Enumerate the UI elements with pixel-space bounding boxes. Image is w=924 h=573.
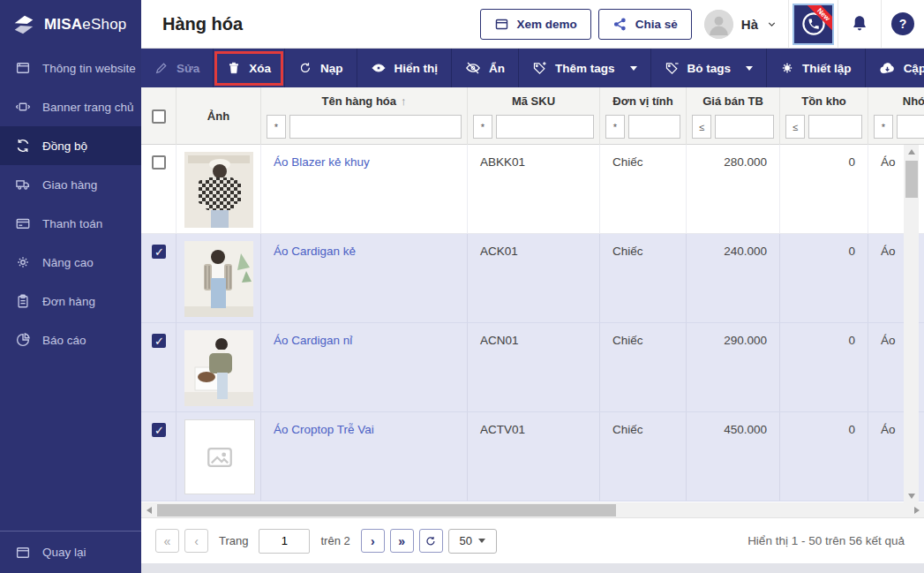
product-photo[interactable] [184,330,253,407]
filter-operator-button[interactable]: * [473,115,492,139]
delete-button[interactable]: Xóa [214,49,285,87]
column-header-ten-hang-hoa[interactable]: Tên hàng hóa ↑ [261,87,468,114]
tag-minus-icon [665,61,680,76]
stock-cell: 0 [780,145,868,233]
filter-operator-button[interactable]: * [605,115,625,139]
sidebar-item-thong-tin-website[interactable]: Thông tin website [0,49,141,87]
gear-icon [15,254,31,270]
filter-input-name[interactable] [289,115,462,139]
refresh-icon [424,535,437,547]
chevron-down-icon [630,66,637,71]
product-photo[interactable] [184,241,253,318]
product-name-link[interactable]: Áo Blazer kẻ khuy [274,155,370,169]
view-demo-button[interactable]: Xem demo [480,9,591,40]
filter-input-sku[interactable] [496,115,594,139]
filter-cell-unit: * [600,114,687,145]
browser-window-icon [494,17,509,32]
column-header-ma-sku[interactable]: Mã SKU [468,87,600,114]
horizontal-scrollbar-thumb[interactable] [157,504,616,516]
column-header-don-vi-tinh[interactable]: Đơn vị tính [600,87,687,114]
hide-button[interactable]: Ẩn [452,49,519,87]
filter-input-unit[interactable] [628,115,680,139]
row-checkbox[interactable] [152,423,166,437]
filter-operator-button[interactable]: ≤ [785,115,805,139]
sidebar-item-don-hang[interactable]: Đơn hàng [0,282,141,320]
sidebar-item-nang-cao[interactable]: Nâng cao [0,243,141,282]
unit-cell: Chiếc [600,234,687,322]
unit-cell: Chiếc [600,145,687,233]
table-row: Áo Blazer kẻ khuy ABKK01 Chiếc 280.000 0… [141,145,924,234]
banner-icon [15,99,31,115]
select-all-checkbox[interactable] [152,109,166,124]
product-photo[interactable] [184,152,253,229]
product-name-link[interactable]: Áo Cardigan kẻ [274,245,356,258]
scroll-up-arrow[interactable] [904,145,919,158]
share-button[interactable]: Chia sẻ [598,9,692,40]
prev-page-button[interactable]: ‹ [184,529,208,553]
scroll-right-arrow[interactable] [909,502,924,517]
horizontal-scrollbar[interactable] [141,502,924,517]
edit-button[interactable]: Sửa [141,49,214,87]
user-menu[interactable]: Hà [704,10,778,39]
sidebar-item-label: Thanh toán [42,217,102,230]
add-tags-button[interactable]: Thêm tags [519,49,651,87]
page-size-select[interactable]: 50 [448,529,497,554]
refresh-icon [298,61,312,75]
column-header-ton-kho[interactable]: Tồn kho [780,87,868,114]
update-from-eshop-button[interactable]: Cập nhật từ eShop [866,49,924,87]
help-button[interactable]: ? [881,0,924,49]
phone-support-button[interactable]: New [793,4,834,45]
scroll-left-arrow[interactable] [141,502,156,517]
browser-window-icon [15,60,31,76]
filter-cell-name: * [261,114,468,145]
tag-plus-icon [532,61,547,76]
show-button[interactable]: Hiển thị [357,49,453,87]
product-photo-placeholder[interactable] [184,419,255,494]
column-header-anh[interactable]: Ảnh [177,87,261,145]
sidebar-item-dong-bo[interactable]: Đồng bộ [0,126,141,165]
vertical-scrollbar-thumb[interactable] [905,161,918,198]
table-row: Áo Cardigan nỉ ACN01 Chiếc 290.000 0 Áo [141,323,924,412]
sort-asc-icon: ↑ [401,94,407,108]
product-name-link[interactable]: Áo Croptop Trễ Vai [274,423,374,436]
sidebar-item-bao-cao[interactable]: Báo cáo [0,320,141,359]
column-header-gia-ban-tb[interactable]: Giá bán TB [687,87,780,114]
price-cell: 290.000 [687,323,780,411]
scroll-down-arrow[interactable] [904,489,919,502]
product-name-link[interactable]: Áo Cardigan nỉ [274,334,352,347]
filter-input-group[interactable] [897,115,924,139]
first-page-button[interactable]: « [155,529,179,553]
filter-input-price[interactable] [715,115,774,139]
price-cell: 450.000 [687,412,780,501]
clipboard-icon [15,293,31,309]
column-header-nhom-hang[interactable]: Nhóm hàng [868,87,924,114]
last-page-button[interactable]: » [390,529,414,553]
refresh-page-button[interactable] [419,529,443,553]
bell-icon [849,13,870,34]
next-page-button[interactable]: › [361,529,385,553]
remove-tags-button[interactable]: Bỏ tags [651,49,768,87]
notifications-button[interactable] [838,0,881,49]
user-name: Hà [741,17,758,32]
sidebar-item-banner-trang-chu[interactable]: Banner trang chủ [0,87,141,126]
app-logo[interactable]: MISAeShop [0,0,141,49]
sidebar-item-thanh-toan[interactable]: Thanh toán [0,204,141,243]
settings-button[interactable]: Thiết lập [767,49,866,87]
row-checkbox[interactable] [152,334,166,348]
page-number-input[interactable] [259,529,310,554]
eye-icon [371,60,387,76]
stock-cell: 0 [780,323,868,411]
sku-cell: ABKK01 [468,145,600,233]
vertical-scrollbar[interactable] [904,145,919,502]
row-checkbox[interactable] [152,155,166,170]
filter-operator-button[interactable]: ≤ [692,115,711,139]
sidebar-item-giao-hang[interactable]: Giao hàng [0,165,141,204]
sync-icon [15,138,31,154]
reload-button[interactable]: Nạp [285,49,357,87]
sidebar-back-button[interactable]: Quay lại [0,531,141,573]
filter-operator-button[interactable]: * [874,115,893,139]
question-mark-icon: ? [891,12,914,35]
filter-operator-button[interactable]: * [267,115,286,139]
row-checkbox[interactable] [152,245,166,259]
filter-input-stock[interactable] [808,115,862,139]
